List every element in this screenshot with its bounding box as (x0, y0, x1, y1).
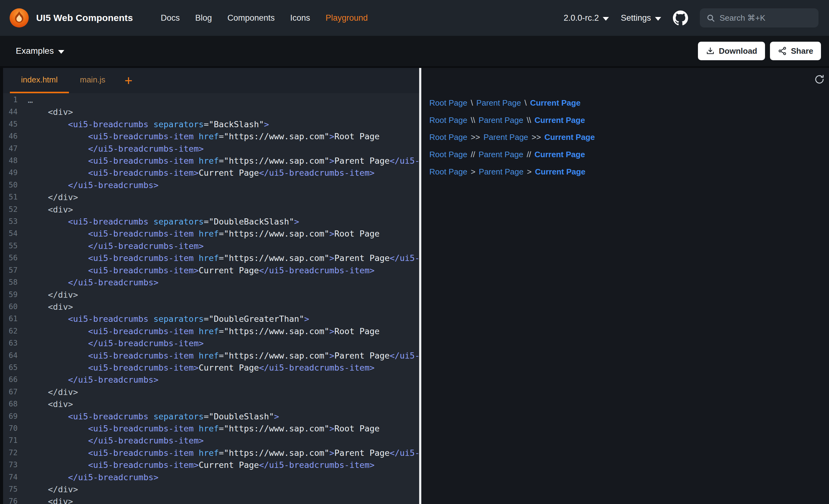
code-line: 1… (3, 94, 419, 106)
breadcrumb: Root Page>>Parent Page>>Current Page (429, 129, 829, 146)
nav-link-icons[interactable]: Icons (290, 13, 310, 23)
breadcrumb-link[interactable]: Parent Page (479, 167, 524, 177)
line-number: 51 (3, 191, 28, 203)
top-navbar: UI5 Web Components DocsBlogComponentsIco… (0, 0, 829, 36)
brand[interactable]: UI5 Web Components (9, 8, 133, 28)
editor-tab-main.js[interactable]: main.js (69, 68, 116, 93)
code-area[interactable]: 1…44 <div>45 <ui5-breadcrumbs separators… (3, 93, 419, 504)
code-line: 45 <ui5-breadcrumbs separators="BackSlas… (3, 118, 419, 130)
download-icon (706, 46, 715, 55)
code-line-content: </ui5-breadcrumbs> (28, 179, 158, 191)
breadcrumb-link[interactable]: Root Page (429, 116, 467, 125)
line-number: 53 (3, 216, 28, 228)
brand-title: UI5 Web Components (36, 13, 133, 23)
code-line: 50 </ui5-breadcrumbs> (3, 179, 419, 191)
line-number: 58 (3, 276, 28, 288)
breadcrumb-link[interactable]: Root Page (429, 98, 467, 108)
code-line-content: <ui5-breadcrumbs-item>Current Page</ui5-… (28, 362, 374, 374)
breadcrumb-link[interactable]: Root Page (429, 167, 467, 177)
code-line-content: <ui5-breadcrumbs-item href="https://www.… (28, 447, 419, 459)
breadcrumb-link[interactable]: Parent Page (476, 98, 521, 108)
pane-splitter[interactable] (419, 68, 421, 504)
line-number: 63 (3, 337, 28, 349)
breadcrumb-link[interactable]: Parent Page (478, 150, 523, 159)
code-line-content: <div> (28, 106, 73, 118)
breadcrumb: Root Page\\Parent Page\\Current Page (429, 112, 829, 129)
refresh-icon[interactable] (814, 74, 825, 85)
code-line-content: </ui5-breadcrumbs-item> (28, 337, 204, 349)
caret-down-icon (603, 17, 609, 21)
code-line-content: <ui5-breadcrumbs-item href="https://www.… (28, 252, 419, 264)
line-number: 57 (3, 264, 28, 276)
breadcrumb-link[interactable]: Root Page (429, 150, 467, 159)
code-line-content: </ui5-breadcrumbs-item> (28, 143, 204, 155)
code-line-content: </ui5-breadcrumbs-item> (28, 240, 204, 252)
breadcrumb: Root Page//Parent Page//Current Page (429, 146, 829, 163)
breadcrumb-current: Current Page (534, 150, 585, 159)
line-number: 60 (3, 301, 28, 313)
breadcrumb-current: Current Page (535, 167, 585, 177)
nav-link-blog[interactable]: Blog (195, 13, 212, 23)
search-icon (706, 13, 715, 23)
download-button[interactable]: Download (698, 42, 765, 60)
editor-tabbar: index.htmlmain.js + (3, 68, 419, 93)
code-line-content: <ui5-breadcrumbs-item href="https://www.… (28, 155, 419, 167)
breadcrumb-separator: // (527, 150, 531, 159)
code-line: 63 </ui5-breadcrumbs-item> (3, 337, 419, 349)
code-line: 76 <div> (3, 495, 419, 504)
code-line: 49 <ui5-breadcrumbs-item>Current Page</u… (3, 167, 419, 179)
add-tab-button[interactable]: + (116, 68, 141, 93)
breadcrumb-link[interactable]: Parent Page (478, 116, 523, 125)
line-number: 59 (3, 289, 28, 301)
code-line: 46 <ui5-breadcrumbs-item href="https://w… (3, 130, 419, 142)
line-number: 67 (3, 386, 28, 398)
code-line: 71 </ui5-breadcrumbs-item> (3, 434, 419, 447)
share-button[interactable]: Share (770, 42, 821, 60)
line-number: 70 (3, 423, 28, 434)
code-line: 61 <ui5-breadcrumbs separators="DoubleGr… (3, 313, 419, 325)
code-line-content: <ui5-breadcrumbs-item href="https://www.… (28, 325, 380, 337)
code-line: 72 <ui5-breadcrumbs-item href="https://w… (3, 447, 419, 459)
breadcrumb-link[interactable]: Root Page (429, 132, 467, 142)
code-line-content: </ui5-breadcrumbs> (28, 374, 158, 386)
code-line-content: </div> (28, 483, 78, 495)
search-box[interactable] (700, 8, 819, 28)
toolbar-actions: Download Share (698, 42, 821, 60)
breadcrumb-separator: > (527, 167, 532, 177)
version-dropdown[interactable]: 2.0.0-rc.2 (564, 13, 609, 23)
editor-tab-index.html[interactable]: index.html (10, 68, 69, 93)
examples-toolbar: Examples Download Share (0, 36, 829, 66)
nav-link-playground[interactable]: Playground (325, 13, 368, 23)
breadcrumb-current: Current Page (530, 98, 580, 108)
version-label: 2.0.0-rc.2 (564, 13, 599, 23)
examples-dropdown[interactable]: Examples (16, 46, 64, 56)
share-label: Share (791, 46, 813, 56)
line-number: 52 (3, 203, 28, 216)
editor-tabs: index.htmlmain.js (10, 68, 116, 93)
nav-links: DocsBlogComponentsIconsPlayground (161, 13, 368, 23)
settings-dropdown[interactable]: Settings (621, 13, 661, 23)
breadcrumb-separator: >> (532, 132, 541, 142)
code-line: 59 </div> (3, 289, 419, 301)
line-number: 49 (3, 167, 28, 179)
code-line-content: <div> (28, 301, 73, 313)
caret-down-icon (655, 17, 661, 21)
github-icon[interactable] (673, 10, 688, 26)
nav-link-components[interactable]: Components (227, 13, 275, 23)
breadcrumb-separator: > (471, 167, 475, 177)
line-number: 47 (3, 143, 28, 155)
code-line-content: <ui5-breadcrumbs-item>Current Page</ui5-… (28, 167, 374, 179)
line-number: 62 (3, 325, 28, 337)
code-line-content: </div> (28, 386, 78, 398)
line-number: 68 (3, 398, 28, 410)
search-input[interactable] (720, 13, 812, 23)
code-line-content: <ui5-breadcrumbs separators="DoubleSlash… (28, 411, 279, 423)
code-line: 58 </ui5-breadcrumbs> (3, 276, 419, 288)
breadcrumb-link[interactable]: Parent Page (483, 132, 528, 142)
code-line-content: </ui5-breadcrumbs> (28, 276, 158, 288)
code-line-content: <ui5-breadcrumbs separators="DoubleBackS… (28, 216, 299, 228)
nav-link-docs[interactable]: Docs (161, 13, 180, 23)
code-line: 75 </div> (3, 483, 419, 495)
line-number: 72 (3, 447, 28, 459)
examples-label: Examples (16, 46, 54, 56)
